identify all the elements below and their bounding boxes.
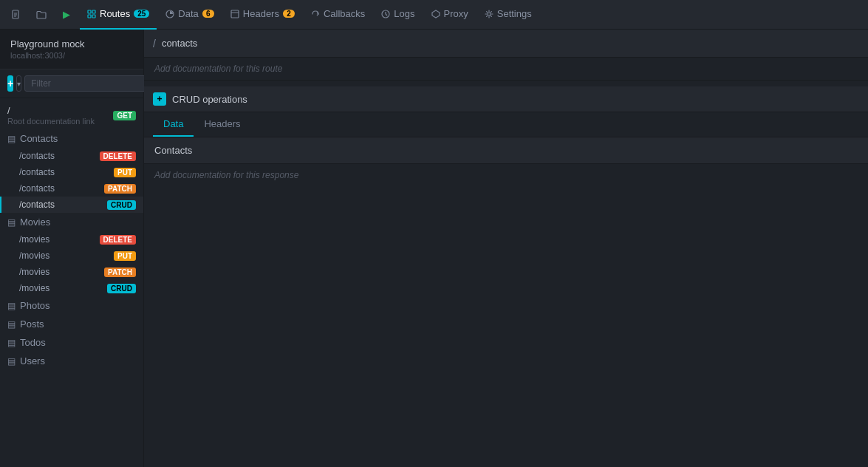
route-movies-delete[interactable]: /movies DELETE [0,231,143,248]
method-badge-delete: DELETE [100,235,136,245]
crud-expand-btn[interactable]: + [153,92,166,106]
route-path: /movies [19,234,49,245]
svg-line-13 [386,14,387,16]
top-nav: ▶ Routes 25 Data 6 Headers 2 [0,0,868,30]
callback-icon [311,10,320,18]
method-badge-crud: CRUD [107,284,136,293]
crud-header[interactable]: + CRUD operations [144,86,868,112]
route-movies-crud[interactable]: /movies CRUD [0,280,143,296]
root-route-doc: Root documentation link [7,117,95,126]
svg-point-14 [488,13,491,16]
crud-title: CRUD operations [172,94,247,105]
tab-headers-content[interactable]: Headers [194,112,250,137]
response-doc-placeholder: Add documentation for this response [154,170,298,180]
folder-icon-btn[interactable] [30,3,53,27]
route-slash: / [153,38,156,50]
route-movies-put[interactable]: /movies PUT [0,248,143,264]
proxy-icon [431,10,440,18]
tab-proxy[interactable]: Proxy [424,0,476,30]
gear-icon [485,10,493,18]
tab-settings-label: Settings [497,8,532,19]
method-badge-put: PUT [114,251,136,261]
svg-rect-6 [88,15,91,18]
route-contacts-crud[interactable]: /contacts CRUD [0,197,143,213]
main-layout: Playground mock localhost:3003/ + ▾ / Ro… [0,30,868,467]
route-path: /contacts [19,183,55,194]
group-todos[interactable]: ▤ Todos [0,333,143,352]
route-name: contacts [162,38,197,49]
content-tabs: Data Headers [144,112,868,137]
route-path: /movies [19,283,49,293]
route-doc-bar[interactable]: Add documentation for this route [144,58,868,81]
group-posts-label: Posts [20,318,44,330]
tab-settings[interactable]: Settings [477,0,539,30]
route-contacts-patch[interactable]: /contacts PATCH [0,180,143,197]
tab-callbacks-label: Callbacks [324,8,365,19]
route-contacts-put[interactable]: /contacts PUT [0,164,143,180]
route-path: /contacts [19,200,55,210]
routes-sidebar: + ▾ / Root documentation link GET ▤ Cont… [0,69,143,467]
tab-logs-label: Logs [394,8,414,19]
data-icon [165,10,174,18]
tab-headers-label: Headers [243,8,279,19]
method-badge-patch: PATCH [104,267,136,277]
tab-routes-badge: 25 [134,10,149,18]
tab-routes[interactable]: Routes 25 [80,0,157,30]
folder-icon: ▤ [7,301,16,311]
tab-data[interactable]: Data 6 [158,0,221,30]
route-header-bar: / contacts [144,30,868,58]
route-contacts-delete[interactable]: /contacts DELETE [0,148,143,164]
dropdown-btn[interactable]: ▾ [16,75,21,92]
headers-icon [230,10,239,18]
folder-icon: ▤ [7,338,16,348]
response-doc[interactable]: Add documentation for this response [144,164,868,186]
root-route-badge: GET [113,111,136,120]
group-users-label: Users [20,355,45,367]
method-badge-put: PUT [114,168,136,177]
group-movies-label: Movies [20,217,50,228]
group-movies[interactable]: ▤ Movies [0,213,143,231]
route-path: /movies [19,250,49,261]
app-sidebar: Playground mock localhost:3003/ + ▾ / Ro… [0,30,144,467]
group-todos-label: Todos [20,337,46,348]
group-users[interactable]: ▤ Users [0,352,143,370]
route-doc-placeholder: Add documentation for this route [154,64,282,74]
crud-section: + CRUD operations Data Headers Contacts … [144,86,868,186]
grid-icon [87,10,96,18]
route-path: /contacts [19,151,55,161]
group-contacts[interactable]: ▤ Contacts [0,129,143,148]
folder-icon: ▤ [7,217,16,228]
content-area: / contacts Add documentation for this ro… [144,30,868,467]
svg-rect-7 [92,15,95,18]
method-badge-patch: PATCH [104,184,136,194]
file-icon-btn[interactable] [4,3,28,27]
sidebar-routes-list: / Root documentation link GET ▤ Contacts… [0,98,143,467]
root-route-item[interactable]: / Root documentation link GET [0,101,143,129]
play-icon-btn[interactable]: ▶ [55,3,78,27]
response-section: Contacts [144,137,868,164]
add-route-btn[interactable]: + [7,75,13,92]
svg-rect-9 [231,10,239,18]
folder-icon: ▤ [7,134,16,144]
tab-headers[interactable]: Headers 2 [223,0,302,30]
sidebar-header: + ▾ [0,69,143,98]
group-photos-label: Photos [20,300,49,311]
root-route-path: / [7,105,95,116]
folder-icon: ▤ [7,356,16,367]
app-name: Playground mock [10,38,133,50]
tab-callbacks[interactable]: Callbacks [304,0,372,30]
tab-routes-label: Routes [100,8,130,19]
tab-proxy-label: Proxy [444,8,468,19]
method-badge-crud: CRUD [107,200,136,210]
group-posts[interactable]: ▤ Posts [0,315,143,333]
tab-data-content[interactable]: Data [153,112,194,137]
app-info: Playground mock localhost:3003/ [0,30,143,69]
tab-data-label: Data [163,118,183,129]
filter-input[interactable] [24,75,148,92]
group-photos[interactable]: ▤ Photos [0,296,143,315]
response-title: Contacts [154,145,192,156]
tab-logs[interactable]: Logs [374,0,422,30]
route-movies-patch[interactable]: /movies PATCH [0,264,143,280]
route-path: /contacts [19,167,55,177]
group-contacts-label: Contacts [20,133,58,144]
